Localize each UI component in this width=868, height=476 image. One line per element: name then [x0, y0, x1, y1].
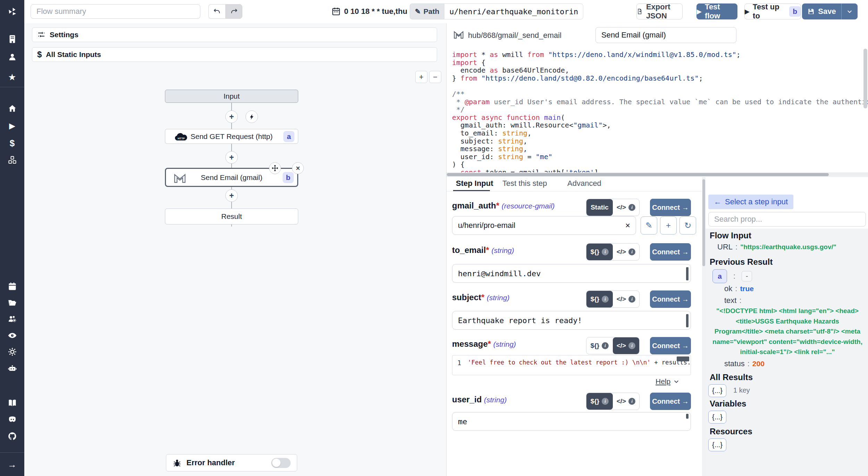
input-scrollbar[interactable]	[686, 267, 688, 280]
to-email-input[interactable]: henri@windmill.dev	[452, 264, 691, 283]
folders-icon[interactable]	[0, 296, 24, 310]
flow-node-result[interactable]: Result	[165, 208, 298, 224]
error-handler-card[interactable]: Error handler	[166, 454, 297, 471]
workspace-icon[interactable]	[0, 32, 24, 46]
robot-icon[interactable]	[0, 361, 24, 375]
gmail-icon	[174, 173, 186, 183]
code-horizontal-scrollbar[interactable]	[447, 173, 829, 176]
zoom-in-button[interactable]: +	[415, 71, 427, 83]
add-step-button[interactable]: +	[225, 189, 238, 202]
all-results-object-badge[interactable]: {...}	[708, 384, 726, 397]
flow-summary-input[interactable]	[31, 4, 200, 19]
mode-template[interactable]: ${}i	[586, 337, 613, 354]
mode-template[interactable]: ${}i	[586, 291, 613, 307]
mode-raw[interactable]: </>i	[613, 393, 639, 410]
gmail-auth-resource-input[interactable]: u/henri/pro-email ×	[452, 216, 636, 235]
resources-cubes-icon[interactable]	[0, 153, 24, 167]
groups-users-icon[interactable]	[0, 312, 24, 326]
mode-static[interactable]: Static	[586, 199, 613, 216]
schedules-calendar-icon[interactable]	[0, 279, 24, 293]
status-row[interactable]: status : 200	[724, 359, 765, 368]
mode-raw[interactable]: </>i	[613, 244, 639, 260]
zoom-out-button[interactable]: −	[429, 71, 441, 83]
step-a-badge[interactable]: a	[712, 269, 727, 283]
tab-advanced[interactable]: Advanced	[567, 179, 601, 188]
discord-icon[interactable]	[0, 412, 24, 426]
trigger-bolt-button[interactable]	[245, 110, 258, 123]
resources-title: Resources	[710, 427, 752, 436]
clear-x-icon[interactable]: ×	[625, 221, 630, 230]
tabbar-divider	[446, 191, 705, 191]
mode-raw[interactable]: </>i	[613, 199, 639, 216]
info-icon: i	[602, 248, 609, 255]
schedule-display[interactable]: 0 10 18 * * tue,thu	[332, 4, 407, 19]
variables-dollar-icon[interactable]: $	[0, 136, 24, 150]
add-resource-button[interactable]: +	[660, 216, 677, 235]
code-editor[interactable]: import * as wmill from "https://deno.lan…	[446, 47, 868, 177]
tab-step-input[interactable]: Step Input	[456, 179, 493, 188]
ok-row[interactable]: ok : true	[724, 284, 754, 293]
user-icon[interactable]	[0, 50, 24, 64]
refresh-resource-button[interactable]: ↻	[679, 216, 696, 235]
subject-input[interactable]: Earthquake report is ready!	[452, 311, 691, 330]
form-scrollbar[interactable]	[702, 179, 705, 266]
subject-connect-button[interactable]: Connect →	[650, 290, 691, 308]
result-node-label: Result	[221, 212, 242, 221]
settings-gear-icon[interactable]	[0, 345, 24, 359]
input-scrollbar[interactable]	[686, 314, 688, 327]
sliders-icon	[37, 31, 45, 39]
add-step-button[interactable]: +	[225, 110, 238, 123]
help-link[interactable]: Help	[656, 377, 679, 386]
test-flow-button[interactable]: ▶ Test flow	[696, 3, 737, 19]
expand-arrow-icon[interactable]: →	[0, 458, 24, 471]
flow-node-input[interactable]: Input	[165, 90, 298, 103]
collapse-button[interactable]: -	[742, 271, 752, 281]
export-json-button[interactable]: Export JSON	[636, 3, 683, 19]
add-step-button[interactable]: +	[225, 151, 238, 164]
user-id-input[interactable]: me	[452, 412, 691, 431]
step-title-input[interactable]	[595, 27, 736, 43]
test-up-to-button[interactable]: ▶ Test up to b	[744, 3, 801, 19]
runs-play-icon[interactable]: ▶	[0, 119, 24, 133]
user-id-connect-button[interactable]: Connect →	[650, 393, 691, 410]
tab-test-this-step[interactable]: Test this step	[502, 179, 547, 188]
flow-settings-bar[interactable]: Settings	[32, 27, 437, 42]
error-handler-toggle[interactable]	[271, 458, 291, 468]
to-email-connect-button[interactable]: Connect →	[650, 243, 691, 261]
editor-scrollbar[interactable]	[677, 356, 689, 361]
all-static-inputs-bar[interactable]: $ All Static Inputs	[32, 47, 437, 62]
flow-node-http[interactable]: HTTP Send GET Request (http) a	[165, 129, 298, 144]
variables-object-badge[interactable]: {...}	[708, 411, 726, 424]
select-step-input-button[interactable]: ← Select a step input	[708, 195, 793, 209]
save-button[interactable]: Save	[802, 3, 842, 19]
mode-template[interactable]: ${}i	[586, 244, 613, 260]
mode-template[interactable]: ${}i	[586, 393, 613, 410]
undo-button[interactable]	[208, 4, 225, 19]
resources-object-badge[interactable]: {...}	[708, 438, 726, 451]
windmill-logo-icon[interactable]	[0, 5, 24, 18]
path-value[interactable]: u/henri/earthquake_monitorin	[444, 3, 583, 19]
message-connect-button[interactable]: Connect →	[650, 337, 691, 354]
input-scrollbar[interactable]	[686, 414, 688, 419]
docs-book-icon[interactable]	[0, 396, 24, 410]
mode-raw[interactable]: </>i	[613, 337, 639, 354]
redo-button[interactable]	[225, 4, 242, 19]
flow-input-url-row[interactable]: URL : "https://earthquake.usgs.gov/"	[717, 243, 836, 252]
path-edit-button[interactable]: ✎ Path	[410, 3, 444, 19]
info-icon: i	[602, 398, 609, 405]
audit-eye-icon[interactable]	[0, 328, 24, 342]
save-dropdown-button[interactable]	[842, 3, 858, 19]
mode-raw[interactable]: </>i	[613, 291, 639, 307]
favorites-star-icon[interactable]: ★	[0, 70, 24, 84]
chevron-down-icon	[846, 8, 853, 15]
gmail-auth-connect-button[interactable]: Connect →	[650, 199, 691, 216]
message-code-editor[interactable]: 1 'Feel free to check out the latest rep…	[452, 355, 691, 375]
edit-resource-button[interactable]: ✎	[641, 216, 657, 235]
search-prop-input[interactable]	[708, 212, 866, 227]
move-step-button[interactable]	[269, 162, 281, 174]
delete-step-button[interactable]: ×	[292, 162, 304, 174]
text-row[interactable]: text :	[724, 296, 744, 305]
github-icon[interactable]	[0, 429, 24, 443]
code-vertical-scrollbar[interactable]	[863, 49, 867, 108]
home-icon[interactable]	[0, 101, 24, 115]
